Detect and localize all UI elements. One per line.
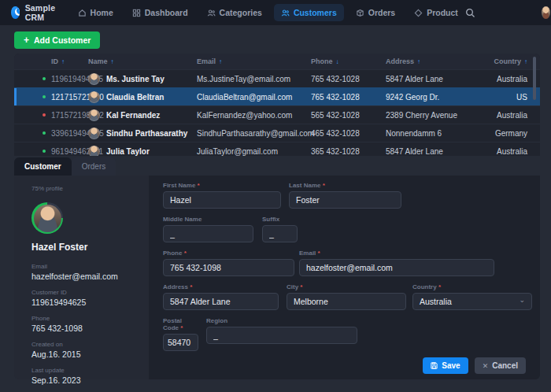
status-dot	[43, 150, 46, 153]
cell-country: Germany	[483, 129, 540, 138]
table-row[interactable]: 961949462511 Julia Taylor JuliaTaylor@gm…	[14, 142, 540, 156]
table-row[interactable]: 119619494625 Ms. Justine Tay Ms.JustineT…	[14, 69, 540, 87]
phone-input[interactable]	[163, 259, 294, 276]
brand-name: Sample CRM	[25, 3, 60, 22]
cell-id: 119619494625	[14, 75, 88, 83]
cell-address: 5847 Alder Lane	[386, 147, 483, 156]
field-postal-code: Postal Code *	[163, 317, 198, 351]
nav-item-customers[interactable]: Customers	[274, 4, 344, 21]
product-icon	[414, 9, 423, 17]
cell-name: Kal Fernandez	[88, 109, 197, 121]
plus-icon: +	[24, 35, 29, 46]
postal-code-input[interactable]	[163, 334, 198, 351]
profile-updated: Last update Sep.16. 2023	[31, 367, 149, 385]
crm-app-window: Sample CRM Home Dashboard Categories Cus…	[0, 0, 551, 392]
field-middle-name: Middle Name	[163, 216, 253, 242]
profile-avatar-ring	[31, 202, 63, 234]
cell-country: Australia	[483, 147, 540, 156]
cell-name: Ms. Justine Tay	[88, 73, 197, 85]
sort-asc-icon: ↑	[417, 58, 420, 65]
column-header-name[interactable]: Name↑	[88, 57, 197, 65]
table-row[interactable]: 171572198012 Kal Fernandez KalFernandez@…	[14, 105, 540, 124]
country-select[interactable]: Australia ⌄	[412, 293, 532, 310]
cell-name: Claudia Beltran	[88, 91, 197, 103]
profile-email: Email hazelfoster@email.com	[31, 263, 149, 281]
cell-country: US	[483, 93, 540, 102]
profile-completeness: 75% profile	[31, 185, 149, 192]
first-name-input[interactable]	[163, 191, 281, 209]
table-row[interactable]: 339619494625 Sindhu Parthasarathy Sindhu…	[14, 124, 540, 142]
cancel-button[interactable]: ✕ Cancel	[475, 357, 526, 374]
home-icon	[78, 9, 87, 17]
city-input[interactable]	[287, 293, 406, 310]
profile-avatar	[34, 205, 61, 232]
column-header-country[interactable]: Country↑	[483, 57, 540, 65]
table-scrollbar[interactable]	[533, 57, 536, 100]
table-header: ID↑ Name↑ Email↑ Phone↓ Address↑ Country…	[14, 54, 540, 69]
tab-orders[interactable]: Orders	[72, 157, 116, 176]
nav-item-categories[interactable]: Categories	[200, 4, 269, 21]
profile-phone: Phone 765 432-1098	[31, 315, 149, 333]
cell-email: SindhuParthasarathy@gmail.com	[197, 129, 311, 138]
cell-id: 339619494625	[14, 129, 88, 138]
profile-name: Hazel Foster	[31, 242, 149, 253]
sort-asc-icon: ↑	[111, 58, 114, 65]
cell-id: 171572198012	[14, 111, 88, 120]
column-header-id[interactable]: ID↑	[14, 57, 88, 65]
status-dot	[43, 77, 46, 80]
profile-created: Created on Aug.16. 2015	[31, 341, 149, 359]
cell-address: 2389 Cherry Avenue	[386, 111, 483, 120]
cell-name: Sindhu Parthasarathy	[88, 128, 197, 139]
field-city: City *	[287, 283, 406, 310]
customers-table: ID↑ Name↑ Email↑ Phone↓ Address↑ Country…	[14, 54, 540, 156]
toolbar: + Add Customer	[0, 25, 551, 54]
table-row-selected[interactable]: 121715721980 Claudia Beltran ClaudiaBelt…	[14, 87, 540, 105]
customer-detail-panel: 75% profile Hazel Foster Email hazelfost…	[14, 176, 540, 379]
region-input[interactable]	[206, 327, 357, 344]
customer-form: First Name * Last Name * Middle Name Suf…	[149, 176, 540, 379]
nav-item-dashboard[interactable]: Dashboard	[125, 4, 195, 21]
search-icon[interactable]	[465, 8, 475, 18]
column-header-address[interactable]: Address↑	[386, 57, 483, 65]
middle-name-input[interactable]	[163, 225, 253, 242]
suffix-input[interactable]	[262, 225, 298, 242]
cell-name: Julia Taylor	[88, 146, 197, 157]
brand[interactable]: Sample CRM	[11, 3, 60, 22]
status-dot	[43, 95, 46, 98]
user-menu[interactable]: Joane Doe	[542, 3, 551, 22]
categories-icon	[207, 9, 216, 17]
tab-customer[interactable]: Customer	[14, 157, 72, 176]
cell-phone: 765 432-1028	[311, 93, 386, 102]
nav-item-home[interactable]: Home	[71, 4, 120, 21]
orders-icon	[356, 9, 364, 17]
cell-address: Nonnendamm 6	[386, 129, 483, 138]
cell-email: ClaudiaBeltran@gmail.com	[197, 93, 311, 102]
customers-icon	[281, 9, 290, 17]
nav-item-orders[interactable]: Orders	[349, 4, 402, 21]
row-avatar	[88, 91, 100, 103]
save-icon	[431, 362, 438, 369]
row-avatar	[88, 128, 100, 139]
last-name-input[interactable]	[289, 191, 401, 209]
column-header-email[interactable]: Email↑	[197, 57, 311, 65]
cell-id: 121715721980	[14, 93, 88, 102]
profile-summary: 75% profile Hazel Foster Email hazelfost…	[14, 176, 149, 379]
chevron-down-icon: ⌄	[519, 296, 525, 304]
cell-country: Australia	[483, 75, 540, 83]
sort-desc-icon: ↓	[336, 58, 339, 65]
dashboard-icon	[132, 9, 141, 17]
email-input[interactable]	[299, 259, 494, 276]
column-header-phone[interactable]: Phone↓	[311, 57, 386, 65]
save-button[interactable]: Save	[423, 357, 468, 374]
cell-phone: 765 432-1028	[311, 75, 386, 83]
main-nav: Home Dashboard Categories Customers Orde…	[71, 4, 465, 21]
field-email: Email *	[299, 250, 494, 276]
row-avatar	[88, 73, 100, 85]
user-avatar	[542, 6, 550, 19]
nav-item-product[interactable]: Product	[407, 4, 465, 21]
field-first-name: First Name *	[163, 182, 281, 209]
status-dot	[43, 113, 46, 116]
address-input[interactable]	[163, 293, 279, 310]
cell-address: 5847 Alder Lane	[386, 75, 483, 83]
add-customer-button[interactable]: + Add Customer	[14, 31, 100, 49]
